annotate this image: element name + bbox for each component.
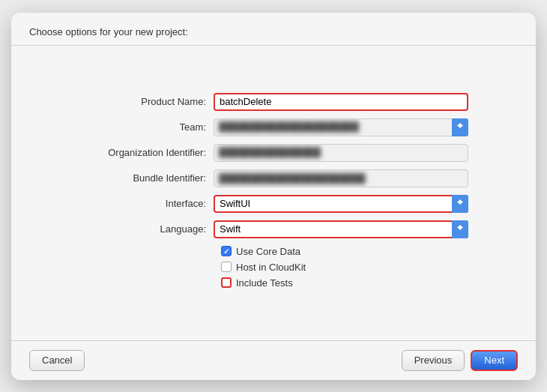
org-identifier-input[interactable]: ████████████████ bbox=[214, 144, 468, 162]
language-row: Language: Swift Objective-C bbox=[79, 220, 468, 238]
dialog-header: Choose options for your new project: bbox=[11, 13, 536, 46]
use-core-data-checkbox[interactable] bbox=[221, 246, 232, 256]
checkboxes-container: Use Core Data Host in CloudKit Include T… bbox=[221, 246, 468, 289]
include-tests-label: Include Tests bbox=[236, 277, 293, 289]
bundle-identifier-label: Bundle Identifier: bbox=[79, 172, 214, 184]
new-project-dialog: Choose options for your new project: Pro… bbox=[11, 13, 536, 380]
org-identifier-row: Organization Identifier: ███████████████… bbox=[79, 144, 468, 162]
host-cloudkit-checkbox[interactable] bbox=[221, 262, 232, 272]
org-identifier-blurred-value: ████████████████ bbox=[219, 147, 321, 157]
product-name-input[interactable] bbox=[214, 93, 468, 111]
team-input-blurred: ██████████████████████ bbox=[214, 118, 468, 136]
footer-right: Previous Next bbox=[402, 350, 518, 371]
dialog-content: Product Name: Team: ████████████████████… bbox=[11, 46, 536, 340]
team-select-wrapper: ██████████████████████ bbox=[214, 118, 468, 136]
language-select-wrapper: Swift Objective-C bbox=[214, 220, 468, 238]
interface-label: Interface: bbox=[79, 198, 214, 209]
bundle-identifier-value: ███████████████████████ bbox=[214, 169, 468, 187]
interface-row: Interface: SwiftUI Storyboard bbox=[79, 195, 468, 213]
bundle-identifier-blurred: ███████████████████████ bbox=[219, 173, 366, 184]
use-core-data-row: Use Core Data bbox=[221, 246, 468, 257]
use-core-data-label: Use Core Data bbox=[236, 246, 300, 257]
include-tests-row: Include Tests bbox=[221, 277, 468, 289]
cancel-button[interactable]: Cancel bbox=[29, 350, 85, 371]
team-label: Team: bbox=[79, 121, 214, 133]
bundle-identifier-row: Bundle Identifier: █████████████████████… bbox=[79, 169, 468, 187]
language-select[interactable]: Swift Objective-C bbox=[214, 220, 468, 238]
next-button[interactable]: Next bbox=[471, 350, 518, 371]
language-label: Language: bbox=[79, 223, 214, 235]
product-name-row: Product Name: bbox=[79, 93, 468, 111]
team-row: Team: ██████████████████████ bbox=[79, 118, 468, 136]
dialog-title: Choose options for your new project: bbox=[29, 26, 188, 37]
interface-select-wrapper: SwiftUI Storyboard bbox=[214, 195, 468, 213]
previous-button[interactable]: Previous bbox=[402, 350, 465, 371]
product-name-label: Product Name: bbox=[79, 96, 214, 107]
form-container: Product Name: Team: ████████████████████… bbox=[79, 93, 468, 293]
dialog-footer: Cancel Previous Next bbox=[11, 340, 536, 380]
interface-select[interactable]: SwiftUI Storyboard bbox=[214, 195, 468, 213]
include-tests-checkbox[interactable] bbox=[221, 277, 232, 288]
host-cloudkit-row: Host in CloudKit bbox=[221, 262, 468, 273]
org-identifier-label: Organization Identifier: bbox=[79, 147, 214, 158]
team-blurred-value: ██████████████████████ bbox=[219, 121, 359, 132]
host-cloudkit-label: Host in CloudKit bbox=[236, 262, 306, 273]
